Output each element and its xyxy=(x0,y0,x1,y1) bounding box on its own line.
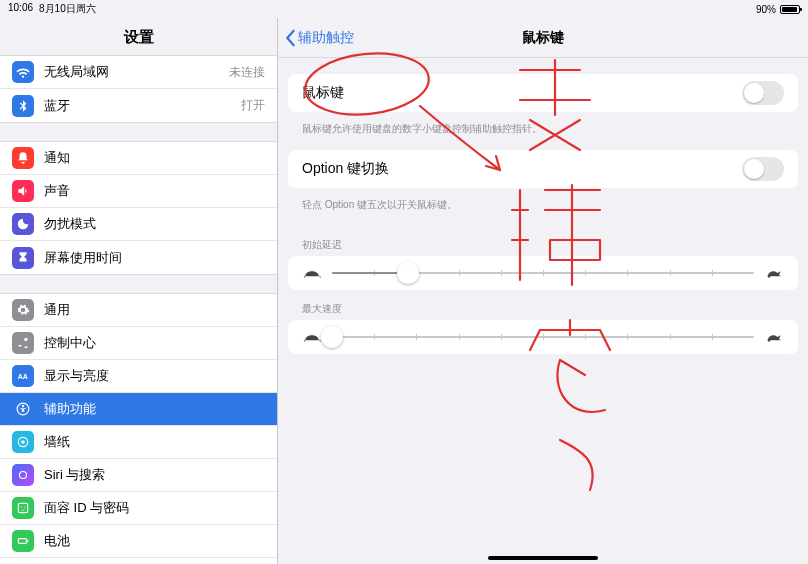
initial-delay-header: 初始延迟 xyxy=(288,232,798,256)
status-battery-pct: 90% xyxy=(756,4,776,15)
sidebar-item-sound[interactable]: 声音 xyxy=(0,175,277,208)
sidebar-item-dnd[interactable]: 勿扰模式 xyxy=(0,208,277,241)
tortoise-icon xyxy=(302,266,322,280)
sidebar-item-label: 无线局域网 xyxy=(44,63,229,81)
detail-title: 鼠标键 xyxy=(522,29,564,47)
max-speed-slider[interactable] xyxy=(332,336,754,338)
slider-knob[interactable] xyxy=(321,326,343,348)
sidebar-item-value: 打开 xyxy=(241,97,265,114)
tortoise-icon xyxy=(302,330,322,344)
sidebar-item-label: 墙纸 xyxy=(44,433,265,451)
svg-rect-6 xyxy=(18,503,27,512)
sidebar-item-label: 电池 xyxy=(44,532,265,550)
svg-point-7 xyxy=(21,506,22,507)
svg-point-4 xyxy=(21,440,25,444)
toggles-icon xyxy=(12,332,34,354)
mouse-keys-footer: 鼠标键允许使用键盘的数字小键盘控制辅助触控指针。 xyxy=(288,118,798,150)
accessibility-icon xyxy=(12,398,34,420)
status-date: 8月10日周六 xyxy=(39,2,96,16)
wallpaper-icon xyxy=(12,431,34,453)
sidebar-group-alerts: 通知 声音 勿扰模式 屏幕使用时间 xyxy=(0,141,277,275)
sidebar-item-screentime[interactable]: 屏幕使用时间 xyxy=(0,241,277,274)
gear-icon xyxy=(12,299,34,321)
sidebar-item-general[interactable]: 通用 xyxy=(0,294,277,327)
notifications-icon xyxy=(12,147,34,169)
sidebar-item-label: 蓝牙 xyxy=(44,97,241,115)
sidebar-group-general: 通用 控制中心 AA 显示与亮度 辅助功能 墙纸 xyxy=(0,293,277,564)
status-time: 10:06 xyxy=(8,2,33,16)
sidebar-item-wallpaper[interactable]: 墙纸 xyxy=(0,426,277,459)
chevron-left-icon xyxy=(284,29,296,47)
sidebar-item-label: 面容 ID 与密码 xyxy=(44,499,265,517)
row-label: Option 键切换 xyxy=(302,160,742,178)
sidebar-item-siri[interactable]: Siri 与搜索 xyxy=(0,459,277,492)
battery-settings-icon xyxy=(12,530,34,552)
sidebar-item-display[interactable]: AA 显示与亮度 xyxy=(0,360,277,393)
sidebar-item-label: 通知 xyxy=(44,149,265,167)
sidebar-item-faceid[interactable]: 面容 ID 与密码 xyxy=(0,492,277,525)
mouse-keys-toggle[interactable] xyxy=(742,81,784,105)
hourglass-icon xyxy=(12,247,34,269)
sidebar-item-privacy[interactable]: 隐私 xyxy=(0,558,277,564)
hare-icon xyxy=(764,266,784,280)
hare-icon xyxy=(764,330,784,344)
svg-point-8 xyxy=(24,506,25,507)
sidebar-item-battery[interactable]: 电池 xyxy=(0,525,277,558)
svg-point-5 xyxy=(20,472,27,479)
back-label: 辅助触控 xyxy=(298,29,354,47)
max-speed-header: 最大速度 xyxy=(288,296,798,320)
settings-sidebar: 设置 无线局域网 未连接 蓝牙 打开 通知 xyxy=(0,18,278,564)
sidebar-item-label: 屏幕使用时间 xyxy=(44,249,265,267)
sidebar-item-bluetooth[interactable]: 蓝牙 打开 xyxy=(0,89,277,122)
sidebar-title: 设置 xyxy=(0,18,277,55)
detail-pane: 辅助触控 鼠标键 鼠标键 鼠标键允许使用键盘的数字小键盘控制辅助触控指针。 Op… xyxy=(278,18,808,564)
sidebar-item-value: 未连接 xyxy=(229,64,265,81)
initial-delay-slider[interactable] xyxy=(332,272,754,274)
option-toggle-row[interactable]: Option 键切换 xyxy=(288,150,798,188)
faceid-icon xyxy=(12,497,34,519)
display-icon: AA xyxy=(12,365,34,387)
mouse-keys-group: 鼠标键 xyxy=(288,74,798,112)
wifi-icon xyxy=(12,61,34,83)
sidebar-item-label: 通用 xyxy=(44,301,265,319)
row-label: 鼠标键 xyxy=(302,84,742,102)
option-toggle-footer: 轻点 Option 键五次以开关鼠标键。 xyxy=(288,194,798,226)
sidebar-item-label: 显示与亮度 xyxy=(44,367,265,385)
option-key-toggle[interactable] xyxy=(742,157,784,181)
mouse-keys-row[interactable]: 鼠标键 xyxy=(288,74,798,112)
svg-rect-10 xyxy=(27,540,28,542)
battery-icon xyxy=(780,5,800,14)
bluetooth-icon xyxy=(12,95,34,117)
sidebar-item-notifications[interactable]: 通知 xyxy=(0,142,277,175)
siri-icon xyxy=(12,464,34,486)
sidebar-item-label: 声音 xyxy=(44,182,265,200)
max-speed-slider-group xyxy=(288,320,798,354)
svg-point-2 xyxy=(22,405,24,407)
sidebar-item-label: 控制中心 xyxy=(44,334,265,352)
sidebar-item-controlcenter[interactable]: 控制中心 xyxy=(0,327,277,360)
svg-rect-9 xyxy=(18,539,26,544)
option-toggle-group: Option 键切换 xyxy=(288,150,798,188)
slider-knob[interactable] xyxy=(397,262,419,284)
sidebar-item-label: 辅助功能 xyxy=(44,400,265,418)
moon-icon xyxy=(12,213,34,235)
home-indicator[interactable] xyxy=(488,556,598,560)
sidebar-item-accessibility[interactable]: 辅助功能 xyxy=(0,393,277,426)
initial-delay-slider-group xyxy=(288,256,798,290)
svg-text:AA: AA xyxy=(18,373,28,380)
detail-navbar: 辅助触控 鼠标键 xyxy=(278,18,808,58)
sidebar-item-label: Siri 与搜索 xyxy=(44,466,265,484)
sidebar-group-network: 无线局域网 未连接 蓝牙 打开 xyxy=(0,55,277,123)
sidebar-item-wifi[interactable]: 无线局域网 未连接 xyxy=(0,56,277,89)
back-button[interactable]: 辅助触控 xyxy=(284,29,354,47)
sidebar-item-label: 勿扰模式 xyxy=(44,215,265,233)
status-bar: 10:06 8月10日周六 90% xyxy=(0,0,808,18)
sound-icon xyxy=(12,180,34,202)
